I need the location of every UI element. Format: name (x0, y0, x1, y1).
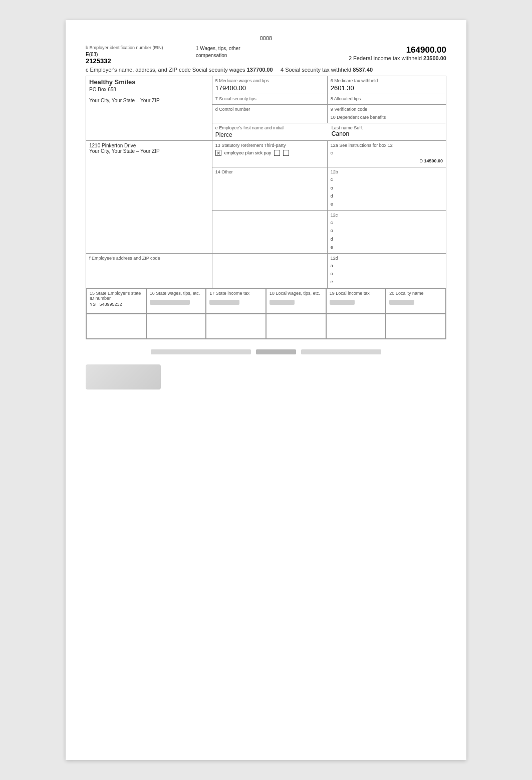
box4-value: 8537.40 (353, 67, 373, 73)
box6-value: 2601.30 (331, 84, 354, 92)
empty-cell (212, 253, 327, 288)
box13-label: 13 Statutory Retirement Third-party (215, 143, 324, 148)
box19-cell: 19 Local income tax (326, 288, 386, 313)
box8-label: 8 Allocated tips (331, 96, 443, 101)
box12a-entries: c D 14500.00 (331, 149, 443, 165)
employee-name-11-cell: e Employee's first name and initial Pier… (212, 123, 446, 141)
box12c-cell: 12c c o d e (327, 211, 446, 254)
employer-city: Your City, Your State – Your ZIP (89, 98, 209, 103)
state2-1 (86, 314, 146, 339)
footer-logo (86, 364, 161, 389)
state-section: 15 State Employer's state ID number YS 5… (86, 288, 446, 313)
state-row1: 15 State Employer's state ID number YS 5… (86, 288, 446, 314)
emp-addr2: Your City, Your State – Your ZIP (89, 148, 209, 154)
box4-label: 4 Social security tax withheld (281, 67, 351, 73)
box1-value-area: 164900.00 2 Federal income tax withheld … (256, 45, 446, 61)
employer-addr1: PO Box 658 (89, 87, 209, 92)
box18-label: 18 Local wages, tips, etc. (270, 291, 323, 296)
box20-label: 20 Locality name (389, 291, 442, 296)
boxd-label: d Control number (215, 107, 324, 112)
bottom-blurred-bar3 (301, 349, 381, 354)
box12d-e: e (331, 278, 443, 286)
box13-checkboxes: ✕ employee plan sick pay (215, 150, 324, 156)
box12a-code-c: c (331, 149, 443, 157)
box12c-d: d (331, 235, 443, 243)
box12b-cell: 12b c o d e (327, 167, 446, 211)
box7-cell: 7 Social security tips (212, 94, 327, 105)
retirement-checkbox (274, 150, 280, 156)
boxd-cell: d Control number (212, 105, 327, 123)
thirdparty-checkbox (283, 150, 289, 156)
boxf-label: f Employee's address and ZIP code (89, 256, 209, 261)
form-number: 0008 (86, 35, 446, 41)
box8-cell: 8 Allocated tips (327, 94, 446, 105)
state2-6 (386, 314, 446, 339)
state-row2 (86, 314, 446, 339)
box15-id: 548995232 (100, 302, 122, 307)
box9-label: 9 Verification code (331, 107, 443, 112)
box12a-c-code: c (331, 149, 333, 157)
boxe-label: e Employee's first name and initial (215, 125, 327, 130)
box12b-d: d (331, 192, 443, 200)
box13-cell: 13 Statutory Retirement Third-party ✕ em… (212, 141, 327, 167)
box6-cell: 6 Medicare tax withheld 2601.30 (327, 76, 446, 94)
box16-label: 16 State wages, tips, etc. (150, 291, 203, 296)
box7-label: 7 Social security tips (215, 96, 324, 101)
box2-line: 2 Federal income tax withheld 23500.00 (256, 55, 446, 61)
w2-form: 0008 b Employer identification number (E… (66, 20, 466, 760)
box12a-cell: 12a See instructions for box 12 c D 1450… (327, 141, 446, 167)
box19-redacted (330, 300, 355, 305)
state-row2-cell (86, 314, 446, 339)
box6-label: 6 Medicare tax withheld (331, 78, 443, 83)
box12a-label: 12a See instructions for box 12 (331, 143, 443, 148)
state2-4 (266, 314, 326, 339)
box12a-d-code: D (419, 157, 423, 165)
bottom-blurred-bar2 (256, 349, 296, 354)
box12b-label: 12b (331, 169, 443, 174)
box12d-entries: a o e (331, 262, 443, 286)
box20-redacted (389, 300, 414, 305)
box15-state-id: YS 548995232 (90, 302, 143, 307)
box12b-o: o (331, 184, 443, 192)
ss-wages-value: 137700.00 (247, 67, 273, 73)
bottom-blurred-bar1 (151, 349, 251, 354)
top-section: b Employer identification number (EIN) E… (86, 45, 446, 65)
w2-main-table: Healthy Smiles PO Box 658 Your City, You… (86, 76, 446, 339)
statutory-checkbox: ✕ (215, 150, 221, 156)
box12c-c: c (331, 219, 443, 227)
box15-cell: 15 State Employer's state ID number YS 5… (86, 288, 146, 313)
box-b-label: b Employer identification number (EIN) (86, 45, 196, 50)
box14-label: 14 Other (215, 169, 324, 174)
bottom-blurred-area (86, 349, 446, 354)
box5-label: 5 Medicare wages and tips (215, 78, 324, 83)
box17-cell: 17 State income tax (206, 288, 266, 313)
box2-value: 23500.00 (423, 55, 446, 61)
state2-3 (206, 314, 266, 339)
box20-cell: 20 Locality name (386, 288, 446, 313)
box12d-label: 12d (331, 256, 443, 261)
employer-name: Healthy Smiles (89, 78, 209, 86)
box12b-c: c (331, 175, 443, 183)
row8: f Employee's address and ZIP code 12d a … (86, 253, 446, 288)
state-row-cell: 15 State Employer's state ID number YS 5… (86, 288, 446, 314)
box13-sub1: employee plan sick pay (224, 150, 272, 155)
box14-cell: 14 Other (212, 167, 327, 211)
box12d-cell: 12d a o e (327, 253, 446, 288)
box19-label: 19 Local income tax (330, 291, 383, 296)
box1-label: 1 Wages, tips, other compensation (196, 46, 240, 58)
boxf-empty (212, 211, 327, 254)
box1-label-area: 1 Wages, tips, other compensation (196, 45, 256, 59)
ein-prefix: E(63) (86, 52, 98, 57)
employer-cell: Healthy Smiles PO Box 658 Your City, You… (86, 76, 212, 141)
employee-last: Canon (332, 130, 443, 137)
employee-first: Pierce (215, 131, 327, 138)
last-name-label: Last name Suff. (332, 125, 363, 130)
box15-label: 15 State Employer's state ID number (90, 291, 143, 301)
box12c-o: o (331, 227, 443, 235)
ss-wages-label: Social security wages (192, 67, 245, 73)
row5: 1210 Pinkerton Drive Your City, Your Sta… (86, 141, 446, 167)
boxf-cell: f Employee's address and ZIP code (86, 253, 212, 288)
box16-redacted (150, 300, 190, 305)
box1-value: 164900.00 (256, 45, 446, 55)
box10-label: 10 Dependent care benefits (331, 115, 443, 120)
